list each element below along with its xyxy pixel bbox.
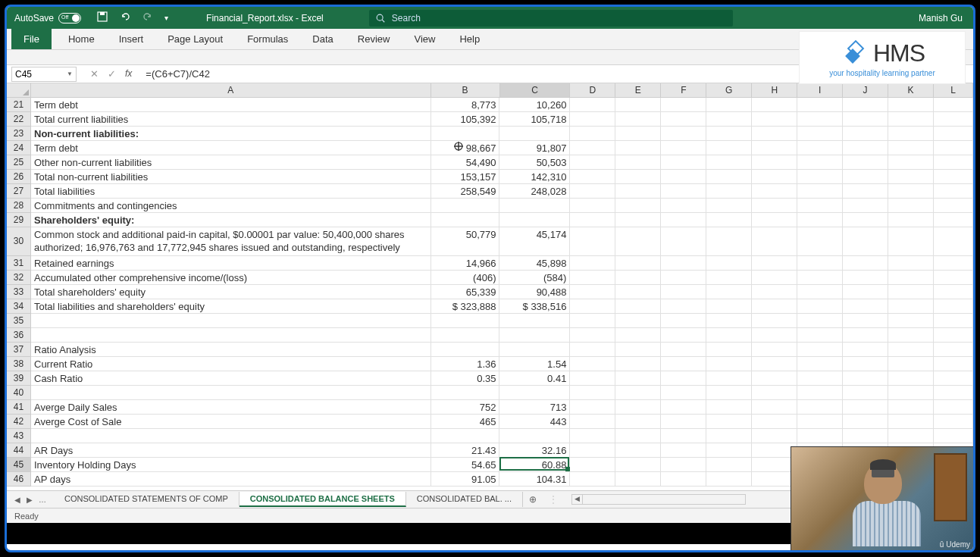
- cell-L31[interactable]: [934, 256, 973, 271]
- cell-F25[interactable]: [661, 155, 706, 170]
- cell-D40[interactable]: [570, 386, 615, 400]
- cell-G44[interactable]: [706, 443, 752, 458]
- cell-B22[interactable]: 105,392: [431, 112, 500, 127]
- cell-C31[interactable]: 45,898: [499, 256, 570, 271]
- cell-G28[interactable]: [706, 199, 752, 213]
- cell-F38[interactable]: [661, 357, 706, 371]
- cell-J31[interactable]: [843, 256, 888, 271]
- cell-A21[interactable]: Term debt: [31, 98, 431, 112]
- cell-I28[interactable]: [797, 199, 843, 213]
- cell-C34[interactable]: $ 338,516: [499, 299, 570, 314]
- cell-C27[interactable]: 248,028: [499, 184, 570, 199]
- cell-C39[interactable]: 0.41: [499, 371, 570, 386]
- cell-L33[interactable]: [934, 285, 973, 299]
- cell-C28[interactable]: [499, 199, 570, 213]
- undo-icon[interactable]: [119, 11, 131, 25]
- cell-I22[interactable]: [797, 112, 843, 127]
- ribbon-tab-review[interactable]: Review: [346, 29, 402, 49]
- cell-I33[interactable]: [797, 285, 843, 299]
- cell-H29[interactable]: [752, 213, 797, 227]
- cell-B35[interactable]: [431, 314, 500, 328]
- row-header-29[interactable]: 29: [7, 213, 31, 227]
- col-header-F[interactable]: F: [661, 83, 706, 98]
- cell-L40[interactable]: [934, 386, 973, 400]
- cell-I24[interactable]: [797, 141, 843, 155]
- cell-F23[interactable]: [661, 127, 706, 141]
- cell-J34[interactable]: [843, 299, 888, 314]
- cell-E40[interactable]: [615, 386, 661, 400]
- cell-G26[interactable]: [706, 170, 752, 184]
- cell-E26[interactable]: [615, 170, 661, 184]
- cell-H30[interactable]: [752, 227, 797, 256]
- row-header-46[interactable]: 46: [7, 472, 31, 487]
- cell-I27[interactable]: [797, 184, 843, 199]
- row-header-40[interactable]: 40: [7, 386, 31, 400]
- cell-L25[interactable]: [934, 155, 973, 170]
- cell-J37[interactable]: [843, 343, 888, 357]
- row-header-28[interactable]: 28: [7, 199, 31, 213]
- cell-K40[interactable]: [888, 386, 934, 400]
- cell-F22[interactable]: [661, 112, 706, 127]
- name-box[interactable]: C45 ▼: [11, 67, 77, 82]
- cell-F29[interactable]: [661, 213, 706, 227]
- cell-G39[interactable]: [706, 371, 752, 386]
- row-header-34[interactable]: 34: [7, 299, 31, 314]
- cell-C23[interactable]: [499, 127, 570, 141]
- cell-A29[interactable]: Shareholders' equity:: [31, 213, 431, 227]
- cell-I30[interactable]: [797, 227, 843, 256]
- row-header-32[interactable]: 32: [7, 271, 31, 285]
- cell-B36[interactable]: [431, 328, 500, 343]
- cell-D26[interactable]: [570, 170, 615, 184]
- cell-F46[interactable]: [661, 472, 706, 487]
- cell-H27[interactable]: [752, 184, 797, 199]
- col-header-B[interactable]: B: [431, 83, 500, 98]
- cell-G23[interactable]: [706, 127, 752, 141]
- cell-L32[interactable]: [934, 271, 973, 285]
- cell-K25[interactable]: [888, 155, 934, 170]
- cell-G37[interactable]: [706, 343, 752, 357]
- cell-J41[interactable]: [843, 400, 888, 415]
- cell-G31[interactable]: [706, 256, 752, 271]
- cell-J32[interactable]: [843, 271, 888, 285]
- redo-icon[interactable]: [142, 11, 154, 25]
- cell-C25[interactable]: 50,503: [499, 155, 570, 170]
- tab-next-icon[interactable]: ▶: [27, 496, 33, 504]
- cell-J42[interactable]: [843, 415, 888, 429]
- cell-F21[interactable]: [661, 98, 706, 112]
- cell-B23[interactable]: [431, 127, 500, 141]
- cell-K28[interactable]: [888, 199, 934, 213]
- cell-H40[interactable]: [752, 386, 797, 400]
- cell-D34[interactable]: [570, 299, 615, 314]
- cell-H41[interactable]: [752, 400, 797, 415]
- cell-B45[interactable]: 54.65: [431, 458, 500, 472]
- ribbon-tab-help[interactable]: Help: [447, 29, 492, 49]
- cell-D24[interactable]: [570, 141, 615, 155]
- cell-K21[interactable]: [888, 98, 934, 112]
- cell-A30[interactable]: Common stock and additional paid-in capi…: [31, 227, 431, 256]
- cell-G32[interactable]: [706, 271, 752, 285]
- cell-G27[interactable]: [706, 184, 752, 199]
- enter-icon[interactable]: ✓: [108, 68, 116, 80]
- cell-E30[interactable]: [615, 227, 661, 256]
- cell-C40[interactable]: [499, 386, 570, 400]
- cell-A22[interactable]: Total current liabilities: [31, 112, 431, 127]
- cell-A43[interactable]: [31, 429, 431, 443]
- cell-A44[interactable]: AR Days: [31, 443, 431, 458]
- cell-G34[interactable]: [706, 299, 752, 314]
- cell-H22[interactable]: [752, 112, 797, 127]
- cell-J24[interactable]: [843, 141, 888, 155]
- cell-H39[interactable]: [752, 371, 797, 386]
- cell-K23[interactable]: [888, 127, 934, 141]
- col-header-G[interactable]: G: [706, 83, 752, 98]
- cell-G22[interactable]: [706, 112, 752, 127]
- row-header-43[interactable]: 43: [7, 429, 31, 443]
- cell-K34[interactable]: [888, 299, 934, 314]
- cell-D28[interactable]: [570, 199, 615, 213]
- cell-I21[interactable]: [797, 98, 843, 112]
- cell-J38[interactable]: [843, 357, 888, 371]
- cell-J43[interactable]: [843, 429, 888, 443]
- col-header-L[interactable]: L: [934, 83, 973, 98]
- cell-G38[interactable]: [706, 357, 752, 371]
- cell-G46[interactable]: [706, 472, 752, 487]
- cell-D27[interactable]: [570, 184, 615, 199]
